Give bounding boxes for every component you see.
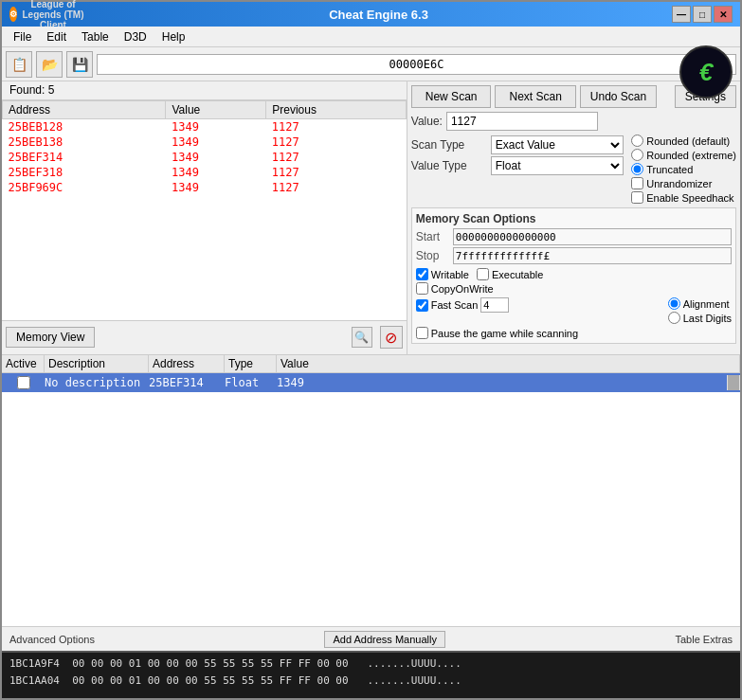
table-row[interactable]: 25BEB13813491127: [3, 135, 407, 150]
address-bar[interactable]: [97, 54, 736, 75]
close-button[interactable]: ✕: [714, 6, 733, 23]
cell-address: 25BEF314: [3, 150, 166, 165]
start-row: Start: [416, 227, 732, 246]
cell-value: 1349: [166, 150, 266, 165]
row-active-checkbox[interactable]: [17, 376, 30, 389]
left-panel: Found: 5 Address Value Previous 25BEB128…: [2, 81, 407, 354]
description-cell: No description: [45, 376, 149, 389]
last-digits-label: Last Digits: [683, 313, 732, 324]
pause-label: Pause the game while scanning: [431, 328, 578, 339]
app-icon: ⚙: [9, 7, 17, 22]
writable-row: Writable: [416, 268, 469, 280]
unrandomizer-checkbox[interactable]: [631, 177, 643, 189]
radio-rounded-extreme-label: Rounded (extreme): [646, 150, 736, 161]
scan-type-select[interactable]: Exact Value: [491, 135, 624, 154]
col-active: Active: [2, 355, 45, 372]
table-extras-button[interactable]: Table Extras: [675, 634, 733, 645]
menu-help[interactable]: Help: [154, 28, 193, 45]
address-section: Active Description Address Type Value No…: [2, 354, 740, 627]
stop-input[interactable]: [453, 247, 732, 264]
toolbar-btn-3[interactable]: 💾: [66, 51, 93, 78]
start-label: Start: [416, 230, 449, 243]
last-digits-row: Last Digits: [668, 312, 732, 324]
pause-checkbox[interactable]: [416, 327, 428, 339]
table-row[interactable]: No description 25BEF314 Float 1349: [2, 373, 740, 392]
value-label: Value:: [411, 115, 443, 128]
value-row: Value:: [411, 112, 736, 131]
cell-previous: 1127: [266, 165, 407, 180]
main-area: Found: 5 Address Value Previous 25BEB128…: [2, 81, 740, 354]
speedhack-label: Enable Speedhack: [646, 192, 733, 204]
table-row[interactable]: 25BEF31813491127: [3, 165, 407, 180]
executable-row: Executable: [477, 268, 543, 280]
value-type-label: Value Type: [411, 159, 487, 172]
table-row[interactable]: 25BEF31413491127: [3, 150, 407, 165]
last-digits-radio[interactable]: [668, 312, 680, 324]
stop-row: Stop: [416, 246, 732, 265]
hex-display: 1BC1A9F4 00 00 00 01 00 00 00 55 55 55 5…: [2, 651, 740, 698]
advanced-options-button[interactable]: Advanced Options: [9, 634, 95, 645]
cell-value: 1349: [166, 180, 266, 195]
value-input[interactable]: [446, 112, 598, 131]
new-scan-button[interactable]: New Scan: [411, 85, 492, 108]
ce-logo-text: €: [699, 58, 713, 87]
radio-truncated: Truncated: [631, 163, 736, 175]
bottom-bar-left: Memory View 🔍 ⊘: [2, 320, 407, 354]
radio-unrandomizer: Unrandomizer: [631, 177, 736, 189]
add-address-button[interactable]: Add Address Manually: [324, 631, 444, 648]
col-type: Type: [225, 355, 277, 372]
scan-type-area: Scan Type Exact Value Value Type Float: [411, 135, 736, 204]
cell-previous: 1127: [266, 135, 407, 150]
scan-table: Address Value Previous 25BEB128134911272…: [2, 100, 407, 195]
radio-truncated-input[interactable]: [631, 163, 643, 175]
pointer-icon[interactable]: 🔍: [352, 327, 372, 348]
memory-view-button[interactable]: Memory View: [6, 327, 95, 348]
menu-bar: File Edit Table D3D Help: [2, 27, 740, 47]
toolbar-btn-1[interactable]: 📋: [6, 51, 32, 78]
next-scan-button[interactable]: Next Scan: [495, 85, 575, 108]
unrandomizer-label: Unrandomizer: [646, 178, 712, 189]
scan-results: Address Value Previous 25BEB128134911272…: [2, 100, 407, 320]
right-panel: New Scan Next Scan Undo Scan Settings Va…: [407, 81, 740, 354]
fast-scan-area: Fast Scan Alignment Last Digits: [416, 297, 732, 324]
menu-d3d[interactable]: D3D: [117, 28, 154, 45]
fast-scan-input[interactable]: [480, 297, 509, 313]
memory-scan-options: Memory Scan Options Start Stop Writable: [411, 207, 736, 344]
minimize-button[interactable]: —: [672, 6, 691, 23]
speedhack-checkbox[interactable]: [631, 191, 643, 204]
app-subtitle: League of Legends (TM) Client: [21, 0, 85, 30]
maximize-button[interactable]: □: [693, 6, 712, 23]
radio-rounded-extreme-input[interactable]: [631, 149, 643, 161]
value-type-select[interactable]: Float: [491, 156, 624, 175]
start-input[interactable]: [453, 228, 732, 245]
bottom-toolbar: Advanced Options Add Address Manually Ta…: [2, 626, 740, 651]
scan-type-row: Scan Type Exact Value: [411, 135, 624, 155]
cell-value: 1349: [166, 119, 266, 135]
table-row[interactable]: 25BF969C13491127: [3, 180, 407, 195]
radio-rounded-default-label: Rounded (default): [646, 135, 730, 147]
alignment-radio[interactable]: [668, 297, 680, 310]
alignment-label: Alignment: [683, 298, 730, 310]
col-val: Value: [277, 355, 740, 372]
radio-rounded-default-input[interactable]: [631, 135, 643, 147]
copyonwrite-row: CopyOnWrite: [416, 282, 732, 295]
menu-table[interactable]: Table: [74, 28, 117, 45]
toolbar-btn-2[interactable]: 📂: [36, 51, 63, 78]
menu-file[interactable]: File: [6, 28, 39, 45]
col-address: Address: [3, 101, 166, 119]
writable-label: Writable: [431, 269, 469, 280]
undo-scan-button[interactable]: Undo Scan: [580, 85, 657, 108]
fast-scan-checkbox[interactable]: [416, 299, 428, 312]
delete-button[interactable]: ⊘: [380, 326, 403, 349]
executable-checkbox[interactable]: [477, 268, 489, 280]
address-cell: 25BEF314: [149, 376, 225, 389]
menu-edit[interactable]: Edit: [39, 28, 74, 45]
writable-checkbox[interactable]: [416, 268, 428, 280]
hex-line-1: 1BC1A9F4 00 00 00 01 00 00 00 55 55 55 5…: [9, 655, 733, 673]
found-bar: Found: 5: [2, 81, 407, 100]
copyonwrite-checkbox[interactable]: [416, 282, 428, 295]
scrollbar[interactable]: [727, 375, 740, 390]
table-row[interactable]: 25BEB12813491127: [3, 119, 407, 135]
copyonwrite-label: CopyOnWrite: [431, 283, 494, 295]
col-value: Value: [166, 101, 266, 119]
